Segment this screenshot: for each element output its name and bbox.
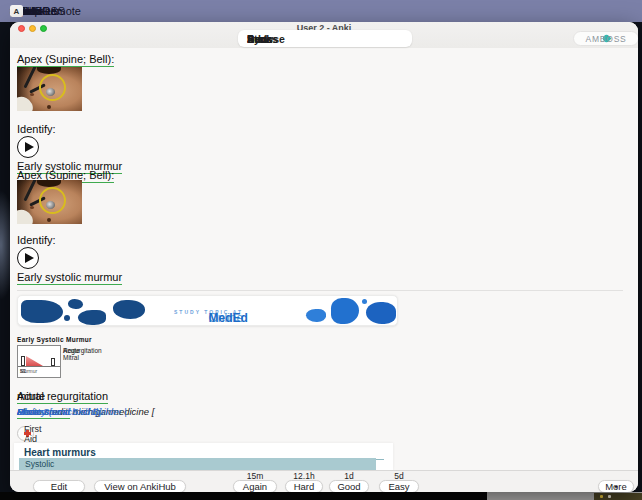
- annotation-circle: [39, 74, 66, 101]
- again-button[interactable]: Again: [233, 480, 277, 492]
- play-icon: [25, 142, 34, 152]
- background-dot-icon: [600, 495, 603, 498]
- onlinemeded-banner[interactable]: STUDY TOPIC AT OnlineMedEd: [17, 295, 398, 326]
- anki-window: User 2 - Anki Decks Add Browse Stats Syn…: [10, 22, 638, 492]
- audio-play-button[interactable]: [17, 247, 39, 269]
- identify-label: Identify:: [17, 234, 56, 246]
- screen: Anki File Edit View Tools Help AMBOSS An…: [0, 0, 642, 500]
- play-icon: [25, 253, 34, 263]
- panel-title: Heart murmurs: [24, 447, 96, 458]
- s1-sound-bar: [21, 356, 25, 366]
- macos-menubar: Anki File Edit View Tools Help AMBOSS An…: [0, 0, 642, 22]
- zoom-button[interactable]: [40, 25, 47, 32]
- card-prompt: Apex (Supine; Bell):: [17, 53, 114, 65]
- decrescendo-murmur-shape: [26, 356, 43, 366]
- hard-button[interactable]: Hard: [285, 480, 323, 492]
- chevron-down-icon: ▾: [614, 483, 617, 490]
- good-button[interactable]: Good: [329, 480, 369, 492]
- desktop-strip-left: [0, 492, 487, 500]
- avatar[interactable]: A: [10, 5, 23, 17]
- identify-label: Identify:: [17, 123, 56, 135]
- easy-button[interactable]: Easy: [379, 480, 419, 492]
- reviewer-toolbar: Edit View on AnkiHub 15m Again 12.1h Har…: [10, 470, 638, 492]
- s2-label: S2: [20, 368, 26, 374]
- amboss-button[interactable]: AMBOSS: [573, 31, 638, 46]
- edit-button[interactable]: Edit: [33, 480, 85, 492]
- audio-play-button[interactable]: [17, 136, 39, 158]
- minimize-button[interactable]: [29, 25, 36, 32]
- main-toolbar: Decks Add Browse Stats Sync: [238, 30, 412, 47]
- card-divider: [17, 290, 623, 291]
- annotation-circle: [39, 187, 66, 214]
- amboss-button-label: AMBOSS: [585, 34, 626, 44]
- link-library-umich[interactable]: Library (umich.edu)]: [17, 406, 101, 417]
- view-on-ankihub-button[interactable]: View on AnkiHub: [94, 480, 186, 492]
- more-button[interactable]: More▾: [598, 480, 634, 492]
- card-answer: Early systolic murmur: [17, 271, 122, 283]
- background-window-sliver: [594, 493, 642, 500]
- onlinemeded-banner-text: STUDY TOPIC AT OnlineMedEd: [18, 296, 398, 326]
- tab-sync[interactable]: Sync: [247, 33, 272, 45]
- s2-sound-bar: [51, 358, 55, 366]
- first-aid-button[interactable]: First Aid: [17, 426, 34, 441]
- chest-exam-image: [17, 180, 82, 224]
- chest-exam-image: [17, 67, 82, 111]
- systolic-row[interactable]: Systolic: [19, 458, 376, 470]
- close-button[interactable]: [18, 25, 25, 32]
- murmur-diagram: S1 Murmur S2: [17, 345, 61, 378]
- figure-title: Early Systolic Murmur: [17, 336, 92, 343]
- first-aid-panel: Heart murmurs Systolic: [14, 443, 393, 470]
- background-dot-icon: [608, 495, 611, 498]
